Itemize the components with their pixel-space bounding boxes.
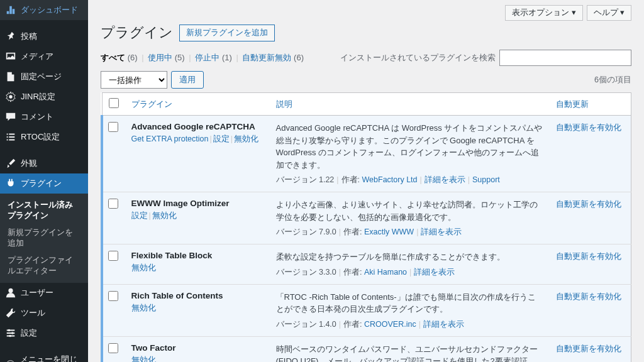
plugin-search-input[interactable] [499, 50, 631, 66]
filter-row: すべて (6) | 使用中 (5) | 停止中 (1) | 自動更新無効 (6)… [101, 50, 631, 66]
filter-inactive[interactable]: 停止中 [195, 53, 219, 62]
sidebar-label: ツール [21, 307, 45, 319]
row-action-link[interactable]: 設定 [131, 211, 148, 220]
comment-icon [5, 111, 16, 123]
author-link[interactable]: Aki Hamano [364, 268, 407, 277]
row-action-link[interactable]: 無効化 [131, 356, 156, 363]
help-button[interactable]: ヘルプ ▾ [587, 5, 631, 21]
items-count: 6個の項目 [594, 75, 631, 85]
col-description: 説明 [270, 93, 550, 116]
sidebar-item-jinr[interactable]: JINR設定 [0, 87, 88, 107]
sidebar-label: 投稿 [21, 31, 37, 42]
row-actions: 無効化 [131, 263, 264, 273]
pin-icon [5, 31, 16, 42]
sidebar-sub-installed[interactable]: インストール済みプラグイン [0, 197, 88, 224]
bulk-action-select[interactable]: 一括操作 [101, 71, 167, 89]
enable-auto-update-link[interactable]: 自動更新を有効化 [556, 199, 621, 209]
media-icon [5, 51, 16, 62]
sidebar-item-dashboard[interactable]: ダッシュボード [0, 0, 88, 20]
filter-auto-off[interactable]: 自動更新無効 [242, 53, 291, 62]
plug-icon [5, 178, 16, 189]
filter-active[interactable]: 使用中 [148, 53, 172, 62]
dashboard-icon [5, 4, 16, 16]
plugin-name: Rich Table of Contents [131, 291, 264, 300]
search-label: インストールされているプラグインを検索 [340, 52, 496, 63]
sidebar-item-settings[interactable]: 設定 [0, 323, 88, 343]
list-icon [5, 131, 16, 143]
sidebar-item-rtoc[interactable]: RTOC設定 [0, 127, 88, 147]
sidebar-label: RTOC設定 [21, 131, 60, 143]
row-action-link[interactable]: 設定 [213, 134, 230, 143]
page-header: プラグイン 新規プラグインを追加 [101, 23, 631, 42]
plugin-name: Two Factor [131, 343, 264, 353]
sidebar-submenu: インストール済みプラグイン 新規プラグインを追加 プラグインファイルエディター [0, 194, 88, 283]
sidebar-label: 固定ページ [21, 71, 62, 82]
sidebar-item-tools[interactable]: ツール [0, 303, 88, 323]
admin-sidebar: ダッシュボード 投稿 メディア 固定ページ JINR設定 コメント RTOC設定… [0, 0, 88, 362]
row-actions: 無効化 [131, 355, 264, 363]
screen-meta: 表示オプション ▾ ヘルプ ▾ [101, 0, 631, 21]
brush-icon [5, 158, 16, 169]
row-checkbox[interactable] [108, 122, 118, 132]
main-content: 表示オプション ▾ ヘルプ ▾ プラグイン 新規プラグインを追加 すべて (6)… [88, 0, 644, 362]
svg-point-1 [8, 288, 13, 293]
row-checkbox[interactable] [108, 199, 118, 209]
enable-auto-update-link[interactable]: 自動更新を有効化 [556, 292, 621, 301]
col-auto[interactable]: 自動更新 [550, 93, 631, 116]
screen-options-button[interactable]: 表示オプション ▾ [505, 5, 582, 21]
row-action-link[interactable]: Get EXTRA protection [131, 134, 209, 143]
sidebar-label: 外観 [21, 158, 37, 169]
row-action-link[interactable]: 無効化 [131, 263, 156, 272]
author-link[interactable]: Exactly WWW [364, 228, 414, 236]
support-link[interactable]: Support [472, 175, 500, 184]
author-link[interactable]: CROOVER.inc [364, 320, 416, 329]
row-actions: 設定|無効化 [131, 211, 264, 221]
sidebar-item-comments[interactable]: コメント [0, 107, 88, 127]
sidebar-item-plugins[interactable]: プラグイン [0, 173, 88, 194]
enable-auto-update-link[interactable]: 自動更新を有効化 [556, 123, 621, 132]
details-link[interactable]: 詳細を表示 [425, 175, 465, 184]
plugin-description: より小さな画像、より速いサイト、より幸せな訪問者。ロケット工学の学位を必要としな… [276, 199, 543, 223]
col-plugin[interactable]: プラグイン [125, 93, 270, 116]
wrench-icon [5, 307, 16, 319]
sidebar-item-collapse[interactable]: メニューを閉じる [0, 349, 88, 362]
plugin-meta: バージョン 7.9.0|作者: Exactly WWW|詳細を表示 [276, 227, 543, 238]
sidebar-sub-editor[interactable]: プラグインファイルエディター [0, 252, 88, 280]
filter-all[interactable]: すべて [101, 53, 125, 62]
sidebar-label: JINR設定 [21, 91, 55, 102]
plugins-table: プラグイン 説明 自動更新 Advanced Google reCAPTCHA … [101, 92, 631, 362]
svg-point-3 [11, 332, 14, 334]
row-checkbox[interactable] [108, 291, 118, 301]
sidebar-label: コメント [21, 111, 53, 123]
row-checkbox[interactable] [108, 343, 118, 353]
details-link[interactable]: 詳細を表示 [423, 320, 464, 329]
svg-point-2 [8, 329, 11, 332]
sidebar-sub-addnew[interactable]: 新規プラグインを追加 [0, 224, 88, 252]
select-all-checkbox[interactable] [109, 98, 119, 108]
plugin-row: Two Factor 無効化 時間ベースのワンタイムパスワード、ユニバーサルセカ… [102, 336, 631, 362]
gear-icon [5, 91, 16, 102]
page-icon [5, 71, 16, 82]
enable-auto-update-link[interactable]: 自動更新を有効化 [556, 344, 621, 353]
details-link[interactable]: 詳細を表示 [421, 228, 462, 236]
page-title: プラグイン [101, 23, 173, 42]
bulk-apply-button[interactable]: 適用 [171, 71, 204, 89]
details-link[interactable]: 詳細を表示 [414, 268, 455, 277]
row-checkbox[interactable] [108, 251, 118, 261]
sidebar-item-users[interactable]: ユーザー [0, 283, 88, 303]
sidebar-item-pages[interactable]: 固定ページ [0, 67, 88, 87]
row-action-link[interactable]: 無効化 [152, 211, 177, 220]
plugin-row: Flexible Table Block 無効化 柔軟な設定を持つテーブルを簡単… [102, 244, 631, 285]
plugin-meta: バージョン 3.3.0|作者: Aki Hamano|詳細を表示 [276, 267, 543, 278]
author-link[interactable]: WebFactory Ltd [362, 175, 418, 184]
sidebar-item-media[interactable]: メディア [0, 47, 88, 67]
sidebar-item-posts[interactable]: 投稿 [0, 26, 88, 47]
row-action-link[interactable]: 無効化 [131, 304, 156, 312]
plugin-description: Advanced Google reCAPTCHA は WordPress サイ… [276, 122, 543, 171]
add-new-plugin-button[interactable]: 新規プラグインを追加 [179, 25, 275, 41]
enable-auto-update-link[interactable]: 自動更新を有効化 [556, 251, 621, 261]
plugin-row: EWWW Image Optimizer 設定|無効化 より小さな画像、より速い… [102, 192, 631, 244]
sidebar-item-appearance[interactable]: 外観 [0, 153, 88, 173]
row-action-link[interactable]: 無効化 [234, 134, 258, 143]
plugin-row: Rich Table of Contents 無効化 「RTOC -Rich T… [102, 284, 631, 336]
